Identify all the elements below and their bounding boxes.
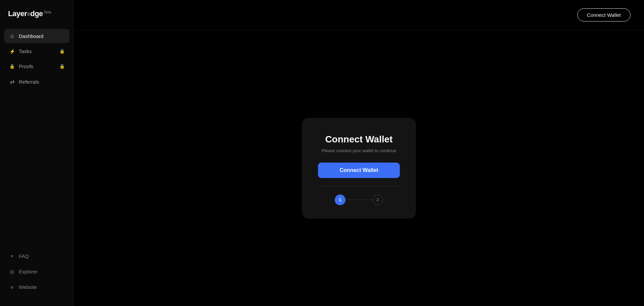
step-line — [345, 200, 372, 200]
sidebar-item-label-proofs: Proofs — [19, 63, 33, 69]
connect-wallet-header-button[interactable]: Connect Wallet — [577, 8, 631, 21]
modal-title: Connect Wallet — [325, 134, 392, 145]
referrals-icon: ⇄ — [9, 79, 15, 85]
sidebar-item-faq[interactable]: ≡ FAQ — [4, 249, 69, 263]
main-nav: ⌂ Dashboard ⚡ Tasks 🔒 🔒 Proofs 🔒 ⇄ Refe — [0, 29, 73, 249]
step-1: 1 — [335, 194, 345, 205]
proofs-icon: 🔒 — [9, 64, 15, 69]
step-1-label: 1 — [339, 197, 341, 202]
step-indicators: 1 2 — [318, 194, 400, 205]
sidebar-item-website[interactable]: ⌀ Website — [4, 280, 69, 294]
modal-divider — [318, 186, 400, 186]
main-area: Connect Wallet Connect Wallet Please con… — [74, 0, 644, 306]
sidebar-item-label-website: Website — [19, 284, 37, 290]
tasks-lock-icon: 🔒 — [59, 49, 65, 54]
explorer-icon: ◎ — [9, 268, 15, 275]
sidebar-item-label-referrals: Referrals — [19, 79, 39, 85]
sidebar-item-label-explorer: Explorer — [19, 269, 38, 274]
step-2-label: 2 — [376, 197, 379, 202]
beta-badge: Beta — [44, 10, 51, 14]
main-content: Connect Wallet Please connect your walle… — [74, 30, 644, 306]
dashboard-icon: ⌂ — [9, 33, 15, 39]
logo-area: Layer≡dge Beta — [0, 0, 73, 29]
connect-wallet-modal: Connect Wallet Please connect your walle… — [302, 118, 416, 219]
logo: Layer≡dge Beta — [8, 9, 51, 18]
faq-icon: ≡ — [9, 254, 15, 259]
modal-subtitle: Please connect your wallet to continue — [322, 148, 396, 153]
sidebar-item-label-tasks: Tasks — [19, 48, 32, 54]
logo-wordmark: Layer≡dge — [8, 9, 43, 18]
connect-wallet-main-button[interactable]: Connect Wallet — [318, 163, 400, 178]
step-2: 2 — [372, 194, 383, 205]
sidebar: Layer≡dge Beta ⌂ Dashboard ⚡ Tasks 🔒 🔒 P… — [0, 0, 74, 306]
sidebar-item-label-dashboard: Dashboard — [19, 33, 43, 39]
sidebar-item-label-faq: FAQ — [19, 253, 29, 259]
sidebar-item-proofs[interactable]: 🔒 Proofs 🔒 — [4, 59, 69, 73]
header: Connect Wallet — [74, 0, 644, 30]
website-icon: ⌀ — [9, 285, 15, 290]
bottom-nav: ≡ FAQ ◎ Explorer ⌀ Website — [0, 249, 73, 295]
sidebar-item-dashboard[interactable]: ⌂ Dashboard — [4, 29, 69, 43]
proofs-lock-icon: 🔒 — [59, 64, 65, 69]
sidebar-item-tasks[interactable]: ⚡ Tasks 🔒 — [4, 44, 69, 58]
sidebar-item-referrals[interactable]: ⇄ Referrals — [4, 75, 69, 89]
tasks-icon: ⚡ — [9, 49, 15, 54]
sidebar-item-explorer[interactable]: ◎ Explorer — [4, 264, 69, 279]
